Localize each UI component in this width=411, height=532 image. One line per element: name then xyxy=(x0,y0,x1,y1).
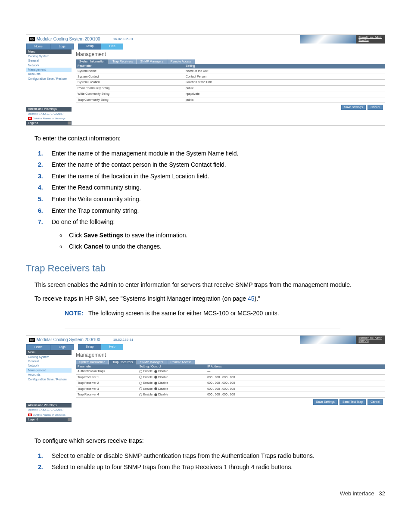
legend-toggle-icon[interactable] xyxy=(68,121,71,124)
trap-table: Parameter Setting / Control IP Address A… xyxy=(76,364,385,398)
radio-disable[interactable] xyxy=(154,370,157,373)
param-label: Trap Receiver 4 xyxy=(76,392,137,397)
subtabs: System Information Trap Receivers SNMP M… xyxy=(76,59,385,64)
sidebar-item-cooling[interactable]: Cooling System xyxy=(26,54,72,59)
enable-disable-cell: Enable Disable xyxy=(137,386,206,392)
page-title: Management xyxy=(76,350,385,360)
send-test-trap-button[interactable]: Send Test Trap xyxy=(339,399,366,404)
sidebar-item-cooling[interactable]: Cooling System xyxy=(26,355,72,359)
subtab-remoteaccess[interactable]: Remote Access xyxy=(167,59,195,64)
radio-enable[interactable] xyxy=(139,370,142,373)
footer-label: Web interface xyxy=(340,490,374,497)
param-label: Read Community String xyxy=(76,85,184,91)
step-item: Do one of the following: Click Save Sett… xyxy=(34,216,385,252)
login-info[interactable]: Signed in as : Admin Sign Out xyxy=(356,35,385,44)
sidebar-item-accounts[interactable]: Accounts xyxy=(26,373,72,377)
subtab-snmpmanagers[interactable]: SNMP Managers xyxy=(137,360,167,364)
alarms-count[interactable]: ✖3 Active Alarms or Warnings xyxy=(26,413,72,417)
radio-disable[interactable] xyxy=(154,376,157,379)
tab-home[interactable]: Home xyxy=(26,44,51,50)
enable-disable-cell: Enable Disable xyxy=(137,392,206,397)
subtab-snmpmanagers[interactable]: SNMP Managers xyxy=(137,59,167,64)
sidebar-item-management[interactable]: Management xyxy=(26,68,72,72)
save-button[interactable]: Save Settings xyxy=(313,399,338,404)
top-nav: Home Logs Setup Help xyxy=(26,344,385,350)
radio-enable[interactable] xyxy=(139,376,142,379)
alarm-count-text: 3 Active Alarms or Warnings xyxy=(33,414,65,416)
note-text: The following screen is the same for eit… xyxy=(88,310,279,317)
sidebar-item-network[interactable]: Network xyxy=(26,63,72,68)
button-bar: Save Settings Cancel xyxy=(76,103,385,112)
page-title: Management xyxy=(76,50,385,59)
page-link[interactable]: 45 xyxy=(248,295,255,302)
ip-cell[interactable]: 000 . 000 . 000 . 000 xyxy=(206,386,385,392)
table-row: System LocationLocation of the Unit xyxy=(76,80,385,85)
tab-logs[interactable]: Logs xyxy=(51,44,74,50)
radio-enable[interactable] xyxy=(139,387,142,390)
param-value[interactable]: public xyxy=(184,97,385,103)
radio-disable[interactable] xyxy=(154,393,157,396)
table-row: Read Community Stringpublic xyxy=(76,85,385,91)
tab-help[interactable]: Help xyxy=(101,344,123,350)
radio-enable[interactable] xyxy=(139,393,142,396)
step-item: Select to enable up to four SNMP traps f… xyxy=(34,461,385,473)
top-nav: Home Logs Setup Help xyxy=(26,44,385,50)
signed-in-label: Signed in as : Admin xyxy=(358,36,382,38)
step-item: Enter the Write community string. xyxy=(34,193,385,205)
subtab-trapreceivers[interactable]: Trap Receivers xyxy=(109,360,136,364)
step-item: Select to enable or disable SNMP authent… xyxy=(34,450,385,462)
sidebar-item-general[interactable]: General xyxy=(26,59,72,63)
param-value[interactable]: hpsprivate xyxy=(184,91,385,97)
alarms-count[interactable]: ✖3 Active Alarms or Warnings xyxy=(26,116,72,121)
sidebar-item-config[interactable]: Configuration Save / Restore xyxy=(26,377,72,382)
tab-setup[interactable]: Setup xyxy=(78,44,101,50)
alarm-count-text: 3 Active Alarms or Warnings xyxy=(33,117,65,120)
alarms-header: Alarms and Warnings xyxy=(26,403,72,408)
param-value[interactable]: public xyxy=(184,85,385,91)
sidebar-item-management[interactable]: Management xyxy=(26,368,72,373)
sign-out-link[interactable]: Sign Out xyxy=(358,339,368,342)
legend-toggle-icon[interactable] xyxy=(68,418,71,421)
paragraph-2: To receive traps in HP SIM, see "Systems… xyxy=(34,294,385,303)
intro-text-1: To enter the contact information: xyxy=(34,134,385,143)
tab-home[interactable]: Home xyxy=(26,344,51,350)
param-label: Write Community String xyxy=(76,91,184,97)
sidebar-item-accounts[interactable]: Accounts xyxy=(26,72,72,76)
legend-bar[interactable]: Legend xyxy=(26,121,72,125)
sidebar-item-network[interactable]: Network xyxy=(26,364,72,368)
radio-enable[interactable] xyxy=(139,382,142,385)
subtab-remoteaccess[interactable]: Remote Access xyxy=(167,360,195,364)
alarm-badge-icon: ✖ xyxy=(28,117,32,120)
login-info[interactable]: Signed in as : Admin Sign Out xyxy=(356,336,385,344)
param-value[interactable]: Name of the Unit xyxy=(184,68,385,74)
alarms-header: Alarms and Warnings xyxy=(26,107,72,111)
param-value[interactable]: Contact Person xyxy=(184,74,385,79)
cancel-button[interactable]: Cancel xyxy=(367,399,383,404)
radio-disable[interactable] xyxy=(154,382,157,385)
banner-graphic xyxy=(300,35,356,44)
tab-logs[interactable]: Logs xyxy=(51,344,74,350)
radio-disable[interactable] xyxy=(154,387,157,390)
subtab-sysinfo[interactable]: System Information xyxy=(76,59,109,64)
tab-setup[interactable]: Setup xyxy=(78,344,101,350)
subtab-sysinfo[interactable]: System Information xyxy=(76,360,109,364)
param-value[interactable]: Location of the Unit xyxy=(184,80,385,85)
sidebar-item-general[interactable]: General xyxy=(26,359,72,364)
ip-cell[interactable]: 000 . 000 . 000 . 000 xyxy=(206,380,385,386)
enable-disable-cell: Enable Disable xyxy=(137,374,206,380)
subtab-trapreceivers[interactable]: Trap Receivers xyxy=(109,59,136,64)
sign-out-link[interactable]: Sign Out xyxy=(358,39,368,41)
save-button[interactable]: Save Settings xyxy=(341,105,366,110)
legend-bar[interactable]: Legend xyxy=(26,417,72,422)
note-block: NOTE: The following screen is the same f… xyxy=(65,310,340,329)
ip-cell[interactable]: 000 . 000 . 000 . 000 xyxy=(206,374,385,380)
cancel-button[interactable]: Cancel xyxy=(367,105,383,110)
alarms-updated: Updated: 17.82.1970, 03:26:57 xyxy=(26,112,72,116)
table-row: Trap Community Stringpublic xyxy=(76,97,385,103)
table-row: System ContactContact Person xyxy=(76,74,385,79)
ip-cell[interactable]: 000 . 000 . 000 . 000 xyxy=(206,392,385,397)
ip-cell: — xyxy=(206,369,385,374)
sidebar-item-config[interactable]: Configuration Save / Restore xyxy=(26,77,72,81)
menu-header: Menu xyxy=(26,50,72,54)
tab-help[interactable]: Help xyxy=(101,44,123,50)
